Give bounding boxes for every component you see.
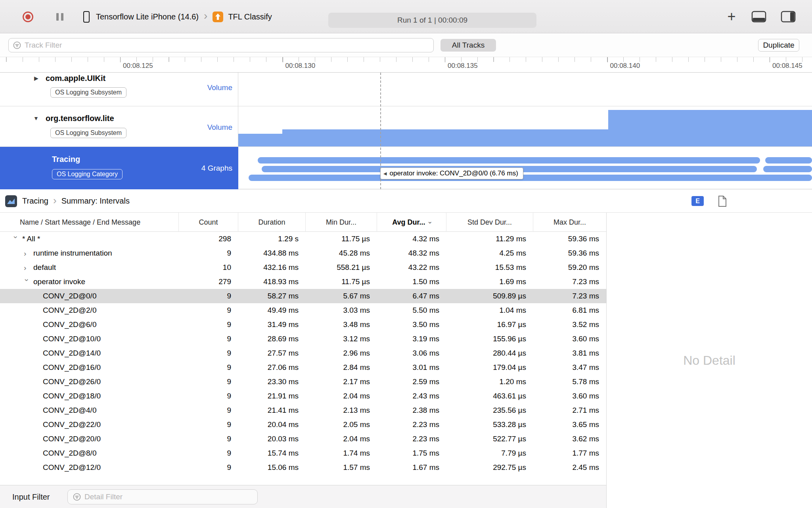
row-std-cell: 4.25 ms [446, 249, 533, 258]
table-row[interactable]: CONV_2D@8/0915.74 ms1.74 ms1.75 ms7.79 µ… [0, 446, 606, 460]
table-row[interactable]: ›operator invoke279418.93 ms11.75 µs1.50… [0, 275, 606, 289]
summary-pane: Name / Start Message / End Message Count… [0, 213, 606, 508]
interval-bar[interactable] [249, 175, 812, 181]
tracing-instrument-icon [5, 195, 17, 207]
ruler-minor-ticks [0, 57, 812, 62]
table-row[interactable]: CONV_2D@12/0915.06 ms1.57 ms1.67 ms292.7… [0, 460, 606, 475]
table-row[interactable]: CONV_2D@6/0931.49 ms3.48 ms3.50 ms16.97 … [0, 318, 606, 332]
row-name: CONV_2D@16/0 [43, 363, 101, 372]
disclosure-collapsed-icon[interactable]: ▶ [34, 75, 38, 81]
row-name: CONV_2D@8/0 [43, 449, 96, 458]
track-lane-canvas[interactable] [238, 106, 812, 146]
volume-area-segment [282, 129, 608, 146]
interval-bar[interactable] [763, 166, 812, 172]
detail-filter-field[interactable] [67, 489, 258, 504]
toggle-bottom-pane-button[interactable] [751, 11, 766, 23]
row-name-cell: ›runtime instrumentation [0, 249, 179, 258]
table-row[interactable]: CONV_2D@14/0927.57 ms2.96 ms3.06 ms280.4… [0, 346, 606, 360]
table-row[interactable]: CONV_2D@26/0923.30 ms2.17 ms2.59 ms1.20 … [0, 375, 606, 389]
table-row[interactable]: ›* All *2981.29 s11.75 µs4.32 ms11.29 ms… [0, 232, 606, 246]
row-std-cell: 155.96 µs [446, 335, 533, 343]
target-app-selector[interactable]: TFL Classify [228, 12, 272, 21]
volume-area-segment [238, 134, 282, 146]
target-app-icon [213, 12, 223, 22]
row-name: CONV_2D@2/0 [43, 306, 96, 315]
column-header-duration[interactable]: Duration [238, 213, 306, 232]
row-count-cell: 9 [179, 463, 238, 472]
row-duration-cell: 21.91 ms [238, 392, 306, 400]
track-name: org.tensorflow.lite [46, 114, 114, 123]
table-row[interactable]: CONV_2D@20/0920.03 ms2.04 ms2.23 ms522.7… [0, 432, 606, 446]
row-max-cell: 3.52 ms [533, 320, 606, 329]
row-max-cell: 59.36 ms [533, 249, 606, 258]
table-row[interactable]: CONV_2D@10/0928.69 ms3.12 ms3.19 ms155.9… [0, 332, 606, 346]
row-disclosure-chevron-icon[interactable]: › [24, 264, 30, 271]
row-disclosure-chevron-icon[interactable]: › [24, 250, 30, 257]
row-duration-cell: 28.69 ms [238, 335, 306, 343]
column-header-count[interactable]: Count [179, 213, 238, 232]
row-duration-cell: 15.06 ms [238, 463, 306, 472]
table-row[interactable]: ›runtime instrumentation9434.88 ms45.28 … [0, 246, 606, 260]
toggle-right-pane-button[interactable] [781, 11, 796, 23]
document-icon[interactable] [718, 195, 727, 207]
row-duration-cell: 20.03 ms [238, 435, 306, 443]
row-duration-cell: 58.27 ms [238, 292, 306, 300]
row-std-cell: 16.97 µs [446, 320, 533, 329]
row-avg-cell: 6.47 ms [377, 292, 446, 300]
extended-detail-button[interactable]: E [691, 196, 704, 206]
row-min-cell: 3.48 ms [306, 320, 377, 329]
disclosure-expanded-icon[interactable]: ▼ [33, 115, 39, 121]
breadcrumb-item-summary[interactable]: Summary: Intervals [61, 196, 130, 206]
row-duration-cell: 432.16 ms [238, 263, 306, 272]
column-header-std-dev-dur[interactable]: Std Dev Dur... [446, 213, 533, 232]
row-avg-cell: 3.50 ms [377, 320, 446, 329]
all-tracks-button[interactable]: All Tracks [440, 39, 496, 52]
row-avg-cell: 3.01 ms [377, 363, 446, 372]
table-row[interactable]: CONV_2D@4/0921.41 ms2.13 ms2.38 ms235.56… [0, 403, 606, 418]
track-lane-canvas[interactable] [238, 73, 812, 106]
row-count-cell: 9 [179, 335, 238, 343]
timeline-ruler[interactable]: 00:08.12500:08.13000:08.13500:08.14000:0… [0, 57, 812, 73]
record-button[interactable] [23, 12, 33, 22]
track-filter-input[interactable] [25, 41, 433, 50]
row-disclosure-chevron-icon[interactable]: › [23, 279, 31, 285]
table-row[interactable]: CONV_2D@18/0921.91 ms2.04 ms2.43 ms463.6… [0, 389, 606, 403]
track-row-com-apple-uikit[interactable]: ▶ com.apple.UIKit OS Logging Subsystem V… [0, 73, 812, 106]
column-header-min-dur[interactable]: Min Dur... [306, 213, 377, 232]
row-disclosure-chevron-icon[interactable]: › [12, 236, 20, 242]
add-instrument-button[interactable]: + [725, 0, 738, 33]
pause-bar-icon [61, 13, 63, 21]
duplicate-button[interactable]: Duplicate [758, 39, 799, 52]
row-name: CONV_2D@4/0 [43, 406, 96, 415]
row-max-cell: 6.81 ms [533, 306, 606, 315]
track-meta-label: 4 Graphs [201, 164, 232, 173]
track-row-org-tensorflow-lite[interactable]: ▼ org.tensorflow.lite OS Logging Subsyst… [0, 106, 812, 147]
table-row[interactable]: CONV_2D@16/0927.06 ms2.84 ms3.01 ms179.0… [0, 360, 606, 375]
chevron-right-icon: › [204, 10, 207, 21]
table-row[interactable]: CONV_2D@22/0920.04 ms2.05 ms2.23 ms533.2… [0, 418, 606, 432]
interval-bar[interactable] [258, 157, 760, 164]
ruler-major-tick: 00:08.125 [120, 57, 121, 62]
record-dot-icon [25, 14, 31, 19]
device-selector[interactable]: Tensorflow Lite iPhone (14.6) [96, 12, 199, 21]
track-filter-field[interactable] [8, 38, 434, 52]
detail-filter-input[interactable] [84, 493, 257, 501]
column-header-avg-dur[interactable]: Avg Dur...› [377, 213, 446, 232]
breadcrumb-item-tracing[interactable]: Tracing [22, 196, 48, 206]
row-avg-cell: 1.50 ms [377, 277, 446, 286]
track-badge: OS Logging Subsystem [50, 87, 126, 98]
track-lane-canvas[interactable]: ◀ operator invoke: CONV_2D@0/0 (6.76 ms) [238, 147, 812, 189]
filter-icon [73, 493, 81, 501]
column-header-max-dur[interactable]: Max Dur... [533, 213, 606, 232]
table-row[interactable]: CONV_2D@0/0958.27 ms5.67 ms6.47 ms509.89… [0, 289, 606, 303]
toolbar: Tensorflow Lite iPhone (14.6) › TFL Clas… [0, 0, 812, 33]
table-row[interactable]: ›default10432.16 ms558.21 µs43.22 ms15.5… [0, 260, 606, 275]
ruler-major-tick: 00:08.135 [445, 57, 445, 62]
pause-button[interactable] [56, 13, 63, 21]
column-header-name[interactable]: Name / Start Message / End Message [0, 213, 179, 232]
track-row-tracing-selected[interactable]: Tracing OS Logging Category 4 Graphs ◀ o… [0, 147, 812, 189]
row-min-cell: 1.74 ms [306, 449, 377, 458]
table-row[interactable]: CONV_2D@2/0949.49 ms3.03 ms5.50 ms1.04 m… [0, 303, 606, 318]
row-min-cell: 2.04 ms [306, 435, 377, 443]
interval-bar[interactable] [765, 157, 812, 164]
